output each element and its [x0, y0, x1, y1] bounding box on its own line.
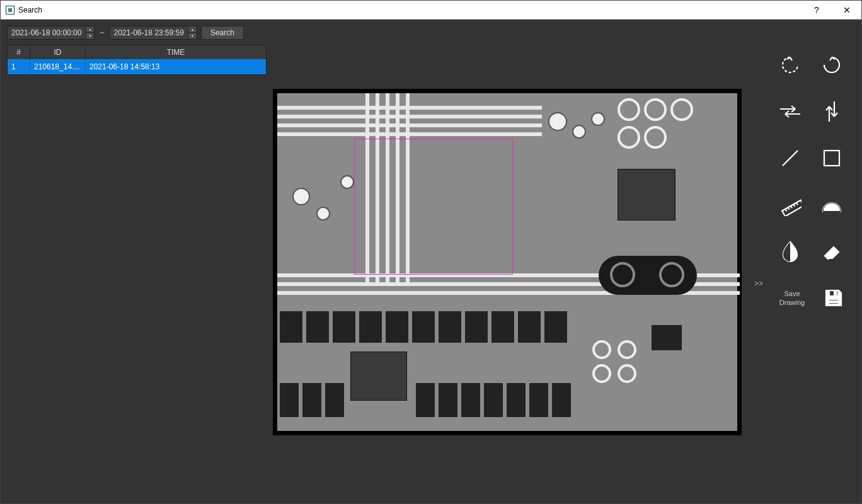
selection-rectangle[interactable]: [354, 139, 513, 275]
center-panel: [273, 20, 761, 503]
protractor-tool-button[interactable]: [817, 191, 847, 219]
from-datetime-input[interactable]: 2021-06-18 00:00:00 ▲ ▼: [7, 26, 95, 40]
flip-vertical-button[interactable]: [817, 98, 847, 125]
svg-rect-0: [824, 151, 839, 166]
search-bar: 2021-06-18 00:00:00 ▲ ▼ ~ 2021-06-18 23:…: [7, 26, 267, 40]
table-row[interactable]: 1 210618_145... 2021-06-18 14:58:13: [8, 59, 266, 74]
spinner-down-icon[interactable]: ▼: [188, 33, 197, 39]
close-button[interactable]: ✕: [837, 5, 856, 15]
left-panel: 2021-06-18 00:00:00 ▲ ▼ ~ 2021-06-18 23:…: [1, 20, 273, 503]
spinner-up-icon[interactable]: ▲: [86, 26, 94, 33]
col-header-num[interactable]: #: [8, 45, 30, 59]
rectangle-tool-button[interactable]: [817, 144, 847, 172]
to-datetime-value: 2021-06-18 23:59:59: [110, 28, 187, 37]
image-viewer[interactable]: [273, 89, 742, 435]
rotate-cw-button[interactable]: [817, 51, 847, 79]
col-header-time[interactable]: TIME: [86, 45, 266, 59]
search-button[interactable]: Search: [201, 26, 244, 40]
spinner-down-icon[interactable]: ▼: [86, 33, 94, 39]
cell-id: 210618_145...: [30, 59, 86, 74]
app-icon: [6, 6, 14, 14]
to-spinner[interactable]: ▲ ▼: [188, 26, 197, 39]
results-table: # ID TIME 1 210618_145... 2021-06-18 14:…: [7, 45, 267, 75]
to-datetime-input[interactable]: 2021-06-18 23:59:59 ▲ ▼: [109, 26, 197, 40]
rotate-ccw-button[interactable]: [775, 51, 805, 79]
range-separator: ~: [98, 28, 105, 37]
cell-num: 1: [8, 59, 30, 74]
svg-rect-5: [829, 302, 839, 304]
line-tool-button[interactable]: [775, 144, 805, 172]
window-title: Search: [18, 6, 807, 14]
ruler-tool-button[interactable]: [775, 191, 805, 219]
from-spinner[interactable]: ▲ ▼: [85, 26, 94, 39]
titlebar: Search ? ✕: [1, 1, 861, 20]
save-drawing-button[interactable]: Save Drawing: [773, 289, 811, 307]
help-button[interactable]: ?: [807, 5, 826, 15]
spinner-up-icon[interactable]: ▲: [188, 26, 197, 33]
svg-rect-4: [829, 299, 839, 301]
expand-chevron-icon[interactable]: >>: [754, 279, 763, 288]
cell-time: 2021-06-18 14:58:13: [86, 59, 266, 74]
col-header-id[interactable]: ID: [30, 45, 86, 59]
contrast-tool-button[interactable]: [775, 238, 805, 265]
table-header: # ID TIME: [8, 45, 266, 59]
eraser-tool-button[interactable]: [817, 238, 847, 265]
flip-horizontal-button[interactable]: [775, 98, 805, 125]
save-button[interactable]: [819, 284, 849, 312]
right-tool-panel: Save Drawing: [761, 20, 861, 503]
svg-rect-3: [834, 291, 836, 295]
from-datetime-value: 2021-06-18 00:00:00: [8, 28, 85, 37]
